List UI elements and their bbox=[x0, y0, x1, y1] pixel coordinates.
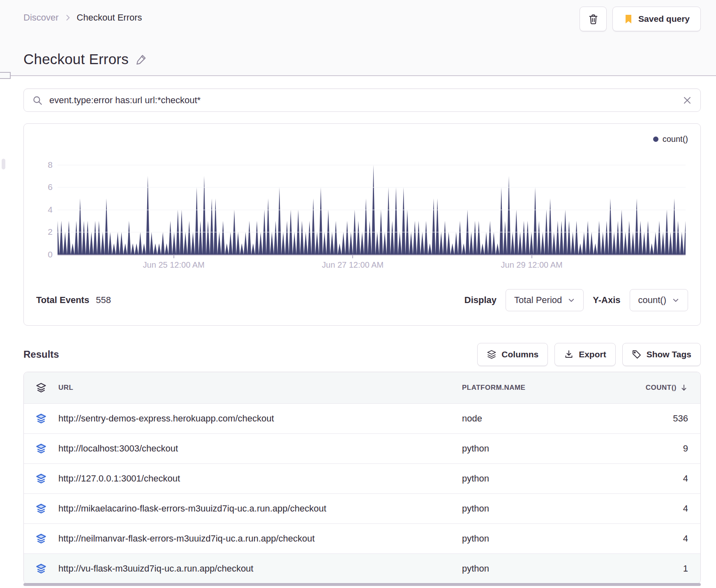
stack-icon[interactable] bbox=[24, 533, 58, 544]
table-row: http://sentry-demos-express.herokuapp.co… bbox=[24, 403, 700, 433]
url-cell[interactable]: http://127.0.0.1:3001/checkout bbox=[58, 473, 462, 484]
display-select[interactable]: Total Period bbox=[506, 289, 584, 311]
chart-legend[interactable]: count() bbox=[36, 133, 688, 145]
y-axis-tick-label: 0 bbox=[36, 250, 53, 259]
download-icon bbox=[564, 350, 574, 359]
y-axis-tick-label: 8 bbox=[36, 160, 53, 170]
table-row: http://vu-flask-m3uuizd7iq-uc.a.run.app/… bbox=[24, 553, 700, 583]
table-row: http://mikaelacarino-flask-errors-m3uuiz… bbox=[24, 493, 700, 523]
column-header-url[interactable]: URL bbox=[58, 384, 462, 392]
stack-icon[interactable] bbox=[24, 473, 58, 484]
stack-icon[interactable] bbox=[24, 443, 58, 454]
x-axis-tick bbox=[173, 255, 174, 258]
display-value: Total Period bbox=[514, 295, 562, 306]
tag-icon bbox=[632, 350, 642, 359]
breadcrumb-discover-link[interactable]: Discover bbox=[23, 12, 59, 23]
sort-desc-icon bbox=[680, 384, 688, 392]
stack-icon[interactable] bbox=[24, 382, 58, 394]
total-events-label: Total Events bbox=[36, 295, 89, 306]
show-tags-button[interactable]: Show Tags bbox=[622, 343, 701, 366]
count-cell[interactable]: 536 bbox=[598, 413, 700, 424]
breadcrumb-current: Checkout Errors bbox=[77, 12, 142, 23]
column-header-count[interactable]: COUNT() bbox=[598, 384, 700, 392]
delete-query-button[interactable] bbox=[580, 7, 607, 31]
bookmark-icon bbox=[624, 14, 633, 24]
stack-icon[interactable] bbox=[24, 563, 58, 574]
gridline bbox=[58, 187, 686, 188]
page-header: Discover Checkout Errors bbox=[0, 0, 716, 76]
stack-icon[interactable] bbox=[24, 503, 58, 514]
url-cell[interactable]: http://neilmanvar-flask-errors-m3uuizd7i… bbox=[58, 533, 462, 544]
table-row: http://neilmanvar-flask-errors-m3uuizd7i… bbox=[24, 523, 700, 553]
panel-collapse-handle[interactable] bbox=[0, 72, 11, 79]
x-axis-tick-label: Jun 25 12:00 AM bbox=[143, 260, 205, 270]
count-cell[interactable]: 4 bbox=[598, 533, 700, 544]
export-label: Export bbox=[579, 350, 606, 359]
search-icon bbox=[32, 95, 43, 106]
gridline bbox=[58, 210, 686, 210]
yaxis-label: Y-Axis bbox=[593, 295, 620, 306]
page-title: Checkout Errors bbox=[23, 51, 129, 67]
results-table: URL PLATFORM.NAME COUNT() http://sentry-… bbox=[23, 372, 701, 584]
platform-cell[interactable]: python bbox=[462, 563, 598, 574]
count-cell[interactable]: 4 bbox=[598, 503, 700, 514]
x-axis-tick-label: Jun 27 12:00 AM bbox=[322, 260, 383, 270]
count-cell[interactable]: 4 bbox=[598, 473, 700, 484]
events-chart-panel: count() 86420Jun 25 12:00 AMJun 27 12:00… bbox=[23, 123, 701, 326]
saved-query-label: Saved query bbox=[638, 14, 690, 24]
show-tags-label: Show Tags bbox=[647, 350, 691, 359]
platform-cell[interactable]: python bbox=[462, 473, 598, 484]
breadcrumb: Discover Checkout Errors bbox=[23, 7, 142, 23]
search-bar[interactable] bbox=[23, 88, 701, 112]
x-axis-tick bbox=[352, 255, 353, 258]
sidebar-drag-handle[interactable] bbox=[2, 159, 5, 169]
url-cell[interactable]: http://mikaelacarino-flask-errors-m3uuiz… bbox=[58, 503, 462, 514]
gridline bbox=[58, 165, 686, 165]
close-icon[interactable] bbox=[682, 95, 692, 105]
x-axis-tick bbox=[531, 255, 532, 258]
count-cell[interactable]: 1 bbox=[598, 563, 700, 574]
legend-dot-icon bbox=[653, 137, 658, 142]
search-input[interactable] bbox=[49, 95, 676, 106]
gridline bbox=[58, 232, 686, 232]
edit-title-icon[interactable] bbox=[135, 53, 148, 65]
count-cell[interactable]: 9 bbox=[598, 443, 700, 454]
header-divider bbox=[0, 75, 716, 76]
x-axis-tick-label: Jun 29 12:00 AM bbox=[501, 260, 563, 270]
chevron-down-icon bbox=[672, 296, 679, 304]
legend-label: count() bbox=[663, 134, 688, 144]
y-axis-tick-label: 6 bbox=[36, 182, 53, 192]
saved-query-button[interactable]: Saved query bbox=[612, 7, 701, 31]
platform-cell[interactable]: node bbox=[462, 413, 598, 424]
platform-cell[interactable]: python bbox=[462, 443, 598, 454]
total-events-value: 558 bbox=[96, 295, 111, 306]
yaxis-select[interactable]: count() bbox=[630, 289, 688, 311]
count-series-area bbox=[58, 150, 686, 255]
platform-cell[interactable]: python bbox=[462, 503, 598, 514]
url-cell[interactable]: http://sentry-demos-express.herokuapp.co… bbox=[58, 413, 462, 424]
y-axis-tick-label: 4 bbox=[36, 205, 53, 215]
layers-icon bbox=[487, 350, 497, 359]
url-cell[interactable]: http://localhost:3003/checkout bbox=[58, 443, 462, 454]
yaxis-value: count() bbox=[638, 295, 666, 306]
trash-icon bbox=[588, 14, 599, 25]
url-cell[interactable]: http://vu-flask-m3uuizd7iq-uc.a.run.app/… bbox=[58, 563, 462, 574]
display-label: Display bbox=[464, 295, 497, 306]
horizontal-scrollbar[interactable] bbox=[23, 583, 701, 586]
chevron-down-icon bbox=[568, 296, 575, 304]
platform-cell[interactable]: python bbox=[462, 533, 598, 544]
y-axis-tick-label: 2 bbox=[36, 227, 53, 237]
export-button[interactable]: Export bbox=[554, 343, 616, 366]
chevron-right-icon bbox=[64, 14, 72, 22]
table-header-row: URL PLATFORM.NAME COUNT() bbox=[24, 372, 700, 403]
chart-plot-area[interactable]: 86420Jun 25 12:00 AMJun 27 12:00 AMJun 2… bbox=[58, 150, 686, 255]
columns-button[interactable]: Columns bbox=[477, 343, 548, 366]
column-header-platform[interactable]: PLATFORM.NAME bbox=[462, 384, 598, 392]
results-heading: Results bbox=[23, 349, 59, 360]
stack-icon[interactable] bbox=[24, 413, 58, 424]
table-row: http://127.0.0.1:3001/checkoutpython4 bbox=[24, 463, 700, 493]
table-row: http://localhost:3003/checkoutpython9 bbox=[24, 433, 700, 463]
columns-label: Columns bbox=[501, 350, 538, 359]
